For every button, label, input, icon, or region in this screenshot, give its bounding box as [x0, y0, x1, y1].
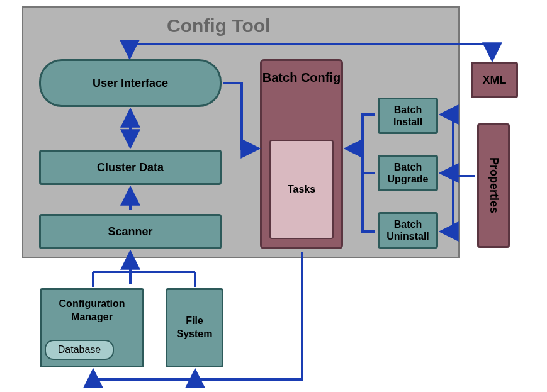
xml-node: XML — [471, 62, 518, 98]
scanner-node: Scanner — [39, 214, 222, 249]
properties-node: Properties — [477, 123, 510, 248]
scanner-label: Scanner — [108, 225, 152, 238]
cluster-data-node: Cluster Data — [39, 150, 222, 185]
user-interface-node: User Interface — [39, 59, 222, 107]
xml-label: XML — [483, 74, 507, 87]
user-interface-label: User Interface — [93, 77, 168, 90]
batch-uninstall-label: Batch Uninstall — [380, 218, 436, 242]
file-system-node: File System — [166, 288, 223, 367]
batch-config-label: Batch Config — [262, 70, 341, 86]
config-manager-label: Configuration Manager — [42, 298, 142, 324]
diagram-canvas: Config Tool User Interface Cluster Data … — [0, 0, 547, 392]
cluster-data-label: Cluster Data — [97, 161, 164, 174]
file-system-label: File System — [167, 315, 222, 341]
properties-label: Properties — [487, 157, 500, 213]
batch-uninstall-node: Batch Uninstall — [378, 212, 438, 249]
database-node: Database — [45, 340, 114, 360]
batch-install-node: Batch Install — [378, 98, 438, 134]
database-label: Database — [58, 344, 101, 356]
batch-install-label: Batch Install — [380, 104, 436, 128]
tasks-node: Tasks — [269, 140, 334, 239]
batch-upgrade-node: Batch Upgrade — [378, 155, 438, 191]
diagram-title: Config Tool — [167, 15, 270, 36]
tasks-label: Tasks — [288, 184, 315, 195]
batch-upgrade-label: Batch Upgrade — [380, 161, 436, 185]
